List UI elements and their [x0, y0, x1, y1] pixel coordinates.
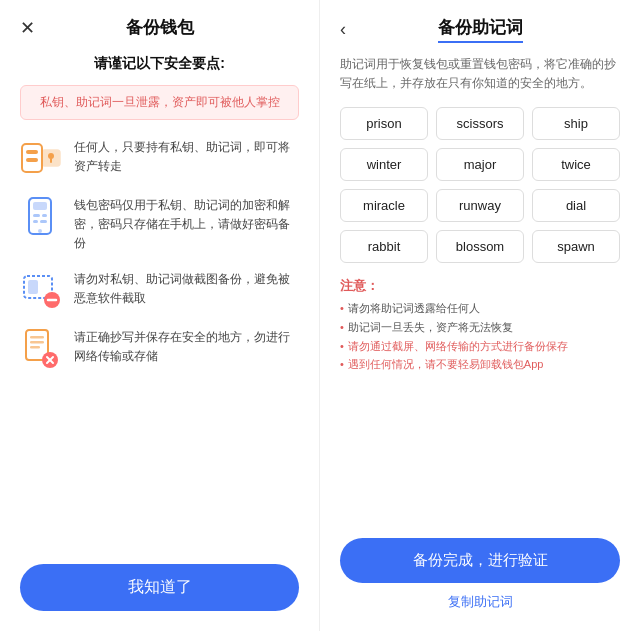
svg-rect-18	[30, 336, 44, 339]
security-item-password-backup: 钱包密码仅用于私钥、助记词的加密和解密，密码只存储在手机上，请做好密码备份	[20, 194, 299, 254]
word-cell: miracle	[340, 189, 428, 222]
left-panel: ✕ 备份钱包 请谨记以下安全要点: 私钥、助记词一旦泄露，资产即可被他人掌控 任…	[0, 0, 320, 631]
key-icon	[20, 136, 64, 180]
security-item-no-screenshot: 请勿对私钥、助记词做截图备份，避免被恶意软件截取	[20, 268, 299, 312]
notice-item: •请勿将助记词透露给任何人	[340, 299, 620, 318]
word-cell: runway	[436, 189, 524, 222]
word-cell: ship	[532, 107, 620, 140]
security-item-key-transfer: 任何人，只要持有私钥、助记词，即可将资产转走	[20, 136, 299, 180]
copy-mnemonic-link[interactable]: 复制助记词	[448, 593, 513, 611]
svg-rect-19	[30, 341, 44, 344]
word-cell: winter	[340, 148, 428, 181]
word-cell: blossom	[436, 230, 524, 263]
bullet-icon: •	[340, 355, 344, 374]
back-icon[interactable]: ‹	[340, 19, 346, 40]
svg-rect-11	[33, 220, 38, 223]
word-cell: spawn	[532, 230, 620, 263]
security-text-1: 任何人，只要持有私钥、助记词，即可将资产转走	[74, 136, 299, 176]
notice-item: •请勿通过截屏、网络传输的方式进行备份保存	[340, 337, 620, 356]
svg-rect-14	[28, 280, 38, 294]
bullet-icon: •	[340, 337, 344, 356]
left-header: ✕ 备份钱包	[20, 16, 299, 39]
notice-title: 注意：	[340, 277, 620, 295]
security-text-4: 请正确抄写并保存在安全的地方，勿进行网络传输或存储	[74, 326, 299, 366]
bullet-icon: •	[340, 299, 344, 318]
right-title: 备份助记词	[438, 16, 523, 43]
bullet-icon: •	[340, 318, 344, 337]
phone-icon	[20, 194, 64, 238]
security-item-safe-copy: 请正确抄写并保存在安全的地方，勿进行网络传输或存储	[20, 326, 299, 370]
notice-item: •遇到任何情况，请不要轻易卸载钱包App	[340, 355, 620, 374]
warning-banner: 私钥、助记词一旦泄露，资产即可被他人掌控	[20, 85, 299, 120]
svg-rect-7	[33, 202, 47, 210]
word-cell: dial	[532, 189, 620, 222]
backup-complete-button[interactable]: 备份完成，进行验证	[340, 538, 620, 583]
right-description: 助记词用于恢复钱包或重置钱包密码，将它准确的抄写在纸上，并存放在只有你知道的安全…	[340, 55, 620, 93]
svg-rect-10	[42, 214, 47, 217]
svg-rect-12	[40, 220, 47, 223]
mnemonic-word-grid: prisonscissorsshipwintermajortwicemiracl…	[340, 107, 620, 263]
right-panel: ‹ 备份助记词 助记词用于恢复钱包或重置钱包密码，将它准确的抄写在纸上，并存放在…	[320, 0, 640, 631]
right-header: ‹ 备份助记词	[340, 16, 620, 43]
word-cell: major	[436, 148, 524, 181]
right-actions: 备份完成，进行验证 复制助记词	[340, 538, 620, 611]
svg-point-8	[38, 229, 42, 233]
svg-rect-2	[26, 158, 38, 162]
document-icon	[20, 326, 64, 370]
notice-item: •助记词一旦丢失，资产将无法恢复	[340, 318, 620, 337]
word-cell: twice	[532, 148, 620, 181]
svg-rect-20	[30, 346, 40, 349]
svg-rect-1	[26, 150, 38, 154]
screenshot-ban-icon	[20, 268, 64, 312]
close-icon[interactable]: ✕	[20, 17, 35, 39]
word-cell: scissors	[436, 107, 524, 140]
svg-rect-5	[50, 158, 52, 163]
security-text-2: 钱包密码仅用于私钥、助记词的加密和解密，密码只存储在手机上，请做好密码备份	[74, 194, 299, 254]
svg-rect-9	[33, 214, 40, 217]
word-cell: prison	[340, 107, 428, 140]
notice-block: 注意： •请勿将助记词透露给任何人•助记词一旦丢失，资产将无法恢复•请勿通过截屏…	[340, 277, 620, 374]
word-cell: rabbit	[340, 230, 428, 263]
acknowledge-button[interactable]: 我知道了	[20, 564, 299, 611]
left-subtitle: 请谨记以下安全要点:	[94, 55, 225, 73]
security-text-3: 请勿对私钥、助记词做截图备份，避免被恶意软件截取	[74, 268, 299, 308]
left-title: 备份钱包	[126, 16, 194, 39]
